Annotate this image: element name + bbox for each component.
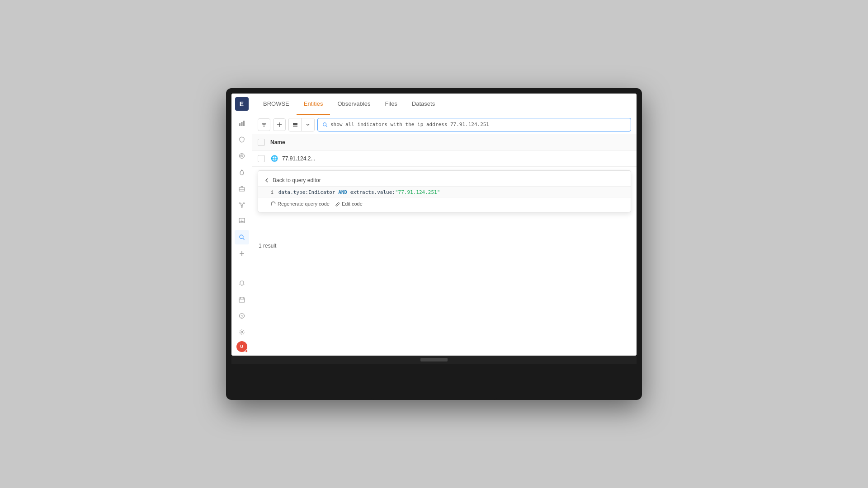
svg-rect-35 [293, 126, 297, 127]
edit-code-button[interactable]: Edit code [335, 201, 363, 206]
svg-point-11 [241, 206, 242, 208]
main-content: BROWSE Entities Observables Files Datase… [252, 94, 637, 356]
view-toggle [288, 118, 315, 131]
sidebar-icon-help[interactable]: ? [235, 309, 249, 323]
sidebar-icon-calendar[interactable] [235, 292, 249, 307]
svg-line-13 [243, 204, 244, 204]
svg-rect-0 [239, 123, 241, 126]
query-operator: AND [338, 189, 350, 195]
query-dropdown: Back to query editor i data.type:Indicat… [258, 170, 631, 212]
svg-rect-34 [293, 124, 297, 125]
sidebar-icon-droplet[interactable] [235, 165, 249, 179]
row-icon-globe: 🌐 [270, 155, 278, 163]
sidebar-icon-shield[interactable] [235, 132, 249, 147]
add-button[interactable] [273, 118, 286, 131]
svg-rect-33 [293, 123, 297, 124]
column-name-header: Name [270, 139, 285, 145]
sidebar-icon-plus[interactable] [235, 246, 249, 261]
filter-button[interactable] [258, 118, 270, 131]
sidebar-icon-bar-chart[interactable] [235, 116, 249, 131]
tab-datasets[interactable]: Datasets [405, 94, 442, 115]
sidebar-icon-bell[interactable] [235, 276, 249, 291]
sidebar-icon-briefcase[interactable] [235, 181, 249, 196]
query-code-display: i data.type:Indicator AND extracts.value… [258, 186, 631, 197]
sidebar-icon-graph[interactable] [235, 197, 249, 212]
sidebar-icon-search[interactable] [235, 230, 249, 244]
tab-browse[interactable]: BROWSE [256, 94, 297, 115]
svg-line-18 [243, 238, 245, 240]
sidebar-icon-target[interactable] [235, 149, 249, 163]
query-field: extracts.value: [350, 189, 395, 195]
tab-files[interactable]: Files [377, 94, 404, 115]
search-bar-text: show all indicators with the ip address … [330, 122, 489, 127]
query-key: data.type:Indicator [278, 189, 335, 195]
regenerate-query-button[interactable]: Regenerate query code [271, 201, 330, 206]
svg-line-37 [326, 125, 327, 127]
row-name: 77.91.124.2... [282, 155, 315, 162]
sidebar-icon-settings[interactable] [235, 325, 249, 339]
svg-rect-2 [243, 121, 245, 126]
sidebar: E [231, 94, 252, 356]
dropdown-actions: Regenerate query code Edit code [258, 197, 631, 208]
table-header: Name [252, 134, 637, 150]
tab-observables[interactable]: Observables [330, 94, 377, 115]
results-count: 1 result [252, 239, 637, 253]
svg-rect-1 [241, 122, 242, 126]
query-index: i [271, 190, 274, 195]
svg-point-36 [323, 122, 326, 126]
back-to-query-editor-button[interactable]: Back to query editor [258, 174, 631, 186]
top-nav: BROWSE Entities Observables Files Datase… [252, 94, 637, 115]
sidebar-icon-download[interactable] [235, 214, 249, 228]
chevron-down-button[interactable] [302, 118, 314, 131]
svg-text:?: ? [241, 314, 243, 319]
search-bar-container[interactable]: show all indicators with the ip address … [317, 118, 631, 131]
table-area: Name 🌐 77.91.124.2... [252, 134, 637, 356]
sidebar-icon-user-avatar[interactable]: U [236, 341, 247, 352]
list-view-button[interactable] [289, 118, 302, 131]
row-checkbox[interactable] [258, 155, 265, 162]
edit-code-label: Edit code [342, 201, 363, 206]
select-all-checkbox[interactable] [258, 139, 265, 146]
regenerate-query-label: Regenerate query code [278, 201, 330, 206]
toolbar: show all indicators with the ip address … [252, 115, 637, 134]
svg-point-17 [240, 235, 243, 239]
query-value: "77.91.124.251" [395, 189, 440, 195]
tab-entities[interactable]: Entities [297, 94, 330, 115]
svg-line-12 [240, 204, 241, 204]
table-row[interactable]: 🌐 77.91.124.2... [252, 150, 637, 167]
svg-rect-21 [239, 298, 245, 302]
svg-point-27 [241, 331, 243, 333]
back-to-query-label: Back to query editor [273, 177, 321, 183]
app-logo[interactable]: E [235, 97, 249, 111]
svg-point-5 [241, 155, 242, 156]
svg-point-8 [241, 204, 243, 206]
